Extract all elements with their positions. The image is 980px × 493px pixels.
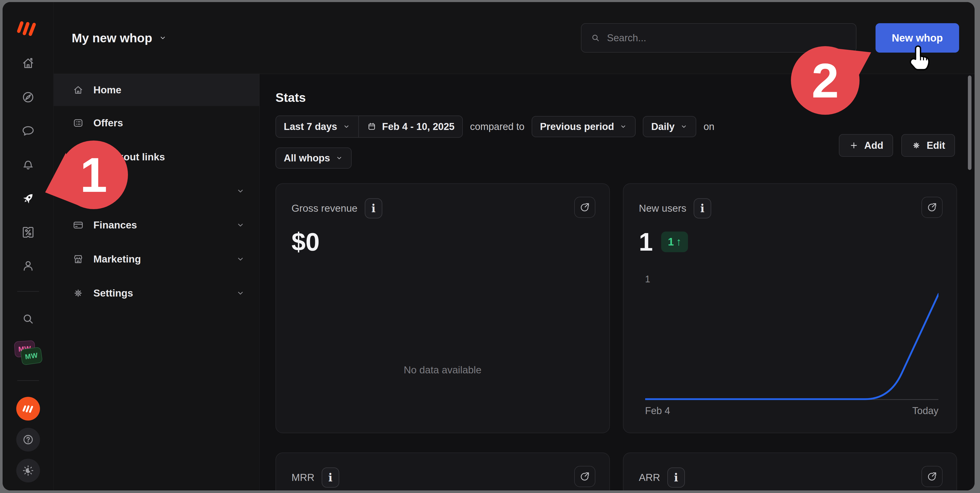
gross-revenue-value: $0 bbox=[291, 229, 320, 254]
rail-launch-button[interactable] bbox=[3, 181, 53, 215]
scope-dropdown-value: All whops bbox=[284, 153, 330, 164]
x-axis-labels: Feb 4 Today bbox=[645, 406, 939, 417]
comparison-dropdown[interactable]: Previous period bbox=[532, 116, 636, 137]
sidebar-item-finances[interactable]: Finances bbox=[54, 208, 259, 242]
info-icon[interactable]: i bbox=[322, 468, 339, 488]
search-icon bbox=[21, 312, 36, 326]
card-gross-revenue: Gross revenue i $0 No data available bbox=[275, 183, 610, 433]
page-title: Stats bbox=[275, 91, 975, 105]
rail-discover-button[interactable] bbox=[3, 80, 53, 114]
top-header: My new whop New whop bbox=[54, 2, 975, 74]
sidebar-item-label: Marketing bbox=[93, 253, 141, 265]
stats-actions: Add Edit bbox=[839, 134, 955, 157]
sidebar-item-label: Settings bbox=[93, 288, 133, 299]
new-users-value: 1 bbox=[639, 229, 653, 254]
search-icon bbox=[590, 32, 601, 44]
help-button[interactable] bbox=[16, 428, 40, 452]
x-label-end: Today bbox=[912, 406, 939, 417]
sidebar-item-label: Finances bbox=[93, 219, 137, 231]
rail-notifications-button[interactable] bbox=[3, 148, 53, 181]
search-input[interactable] bbox=[606, 32, 847, 44]
arrow-up-icon: ↑ bbox=[676, 237, 681, 247]
line-chart-svg bbox=[645, 278, 939, 401]
card-value: 1 1 ↑ bbox=[639, 229, 941, 254]
chevron-down-icon bbox=[235, 220, 245, 230]
chevron-down-icon bbox=[342, 122, 351, 131]
open-external-button[interactable] bbox=[574, 197, 595, 218]
card-mrr: MRR i bbox=[275, 453, 610, 490]
calendar-icon bbox=[367, 121, 377, 132]
sidebar-item-label: Home bbox=[93, 84, 121, 95]
home-icon bbox=[72, 84, 84, 96]
info-icon[interactable]: i bbox=[667, 468, 685, 488]
screenshot-root: MW MW bbox=[0, 0, 980, 493]
on-label: on bbox=[703, 121, 714, 132]
range-dropdown[interactable]: Last 7 days bbox=[276, 116, 358, 137]
sidebar-item-hidden[interactable] bbox=[54, 174, 259, 208]
comparison-dropdown-value: Previous period bbox=[540, 121, 614, 132]
rail-profile-button[interactable] bbox=[3, 249, 53, 283]
open-external-button[interactable] bbox=[574, 466, 595, 487]
add-button[interactable]: Add bbox=[839, 134, 893, 157]
date-filter-group: Last 7 days Feb 4 - 10, 2025 bbox=[275, 116, 463, 138]
credit-card-icon bbox=[72, 219, 84, 231]
global-search-box[interactable] bbox=[581, 23, 856, 52]
bell-icon bbox=[21, 157, 36, 172]
granularity-dropdown-value: Daily bbox=[651, 121, 675, 132]
scope-dropdown[interactable]: All whops bbox=[275, 148, 352, 169]
storefront-icon bbox=[72, 253, 84, 265]
compared-to-label: compared to bbox=[470, 121, 525, 132]
card-title: Gross revenue bbox=[291, 203, 358, 214]
sidebar-item-label: Offers bbox=[93, 117, 123, 129]
card-title: MRR bbox=[291, 472, 315, 483]
date-range-value: Feb 4 - 10, 2025 bbox=[382, 121, 455, 132]
workspace-title: My new whop bbox=[72, 31, 152, 45]
rail-messages-button[interactable] bbox=[3, 114, 53, 148]
whop-dashboard-window: MW MW bbox=[3, 2, 975, 490]
gear-icon bbox=[72, 287, 84, 299]
sidebar-item-label: Checkout links bbox=[93, 151, 165, 163]
workspace-switcher[interactable]: MW MW bbox=[14, 340, 42, 366]
external-link-icon bbox=[926, 202, 938, 213]
workspace-title-dropdown[interactable]: My new whop bbox=[72, 31, 167, 45]
info-icon[interactable]: i bbox=[365, 198, 382, 218]
theme-toggle-button[interactable] bbox=[16, 459, 40, 482]
info-icon[interactable]: i bbox=[694, 198, 711, 218]
workspace-badge-green: MW bbox=[20, 347, 43, 366]
card-title: ARR bbox=[639, 472, 660, 483]
card-header: Gross revenue i bbox=[291, 198, 594, 218]
new-users-chart-line bbox=[645, 294, 939, 399]
sidebar-item-settings[interactable]: Settings bbox=[54, 276, 259, 310]
new-whop-button-label: New whop bbox=[892, 32, 943, 44]
sidebar-item-home[interactable]: Home bbox=[54, 74, 259, 106]
sidebar-item-marketing[interactable]: Marketing bbox=[54, 242, 259, 276]
edit-button[interactable]: Edit bbox=[901, 134, 955, 157]
offers-icon bbox=[72, 117, 84, 129]
chat-icon bbox=[21, 124, 36, 138]
sidebar-item-checkout-links[interactable]: Checkout links bbox=[54, 140, 259, 174]
external-link-icon bbox=[926, 471, 938, 482]
granularity-dropdown[interactable]: Daily bbox=[643, 116, 696, 137]
sidebar-nav: Home Offers Checkout links Finances bbox=[54, 74, 259, 490]
open-external-button[interactable] bbox=[921, 197, 943, 218]
whop-logo-icon[interactable] bbox=[16, 20, 40, 36]
whop-workspace-avatar[interactable] bbox=[16, 397, 40, 421]
empty-state-text: No data available bbox=[276, 364, 609, 376]
sidebar-item-offers[interactable]: Offers bbox=[54, 106, 259, 140]
new-whop-button[interactable]: New whop bbox=[875, 23, 959, 52]
card-new-users: New users i 1 1 ↑ 1 bbox=[623, 183, 957, 433]
rocket-icon bbox=[21, 191, 36, 206]
icon-rail: MW MW bbox=[3, 2, 54, 490]
ticket-percent-icon bbox=[21, 225, 36, 240]
date-range-button[interactable]: Feb 4 - 10, 2025 bbox=[359, 116, 462, 137]
rail-search-button[interactable] bbox=[3, 302, 53, 336]
card-value: $0 bbox=[291, 229, 594, 254]
scrollbar-thumb[interactable] bbox=[968, 76, 972, 170]
open-external-button[interactable] bbox=[921, 466, 943, 487]
rail-home-button[interactable] bbox=[3, 46, 53, 80]
card-header: MRR i bbox=[291, 468, 594, 488]
chevron-down-icon bbox=[158, 33, 167, 42]
delta-value: 1 bbox=[668, 237, 674, 247]
rail-promotions-button[interactable] bbox=[3, 215, 53, 249]
edit-button-label: Edit bbox=[927, 140, 945, 151]
